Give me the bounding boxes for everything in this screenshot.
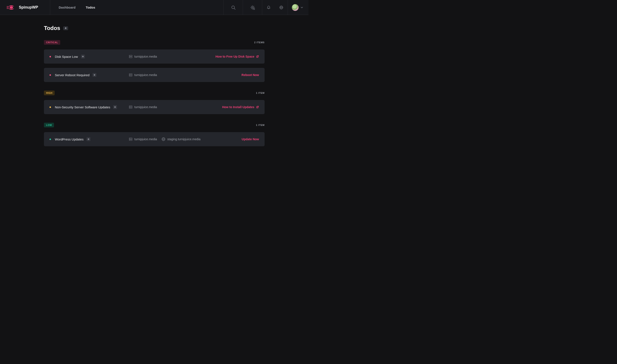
host[interactable]: staging.turnipjuice.media [161,137,201,141]
todo-title: Non-Security Server Software Updates [55,105,110,109]
section-header: CRITICAL 2 ITEMS [44,40,265,45]
nav-dashboard[interactable]: Dashboard [59,6,75,9]
host-label: turnipjuice.media [134,105,157,109]
expand-button[interactable] [93,73,96,77]
section-item-count: 1 ITEM [256,92,265,94]
todo-card[interactable]: Disk Space Low turnipjuice.media How to … [44,50,265,64]
svg-point-11 [10,6,13,9]
server-icon [129,105,133,109]
todo-title: WordPress Updates [55,137,83,141]
globe-icon [279,5,283,10]
action-label: Reboot Now [241,73,259,77]
section-critical: CRITICAL 2 ITEMS Disk Space Low turnipju… [44,40,265,82]
container: Todos 4 CRITICAL 2 ITEMS Disk Space Low … [44,25,265,155]
section-high: HIGH 1 ITEM Non-Security Server Software… [44,91,265,114]
logo-cell[interactable]: SpinupWP [0,0,50,15]
action-label: How to Install Updates [222,105,254,109]
todo-action-link[interactable]: Reboot Now [241,73,259,77]
server-icon [129,137,133,141]
todo-card[interactable]: Server Reboot Required turnipjuice.media… [44,68,265,82]
host-label: turnipjuice.media [134,55,157,58]
external-link-icon [256,105,259,109]
host[interactable]: turnipjuice.media [129,73,157,77]
search-icon [231,5,235,10]
section-item-count: 1 ITEM [256,124,265,126]
bell-icon [267,5,271,10]
todo-title: Server Reboot Required [55,73,90,77]
host[interactable]: turnipjuice.media [129,55,157,58]
section-header: HIGH 1 ITEM [44,91,265,95]
user-menu[interactable] [288,0,308,15]
topbar: SpinupWP Dashboard Todos [0,0,308,15]
hosts: turnipjuice.media [129,73,241,77]
todo-card[interactable]: WordPress Updates turnipjuice.media stag… [44,132,265,146]
region-button[interactable] [275,0,288,15]
todo-card[interactable]: Non-Security Server Software Updates tur… [44,100,265,114]
top-icons [223,0,308,15]
host[interactable]: turnipjuice.media [129,137,157,141]
section-low: LOW 1 ITEM WordPress Updates turnipjuice… [44,123,265,146]
main: Todos 4 CRITICAL 2 ITEMS Disk Space Low … [0,15,308,168]
hosts: turnipjuice.media [129,55,215,58]
priority-dot-icon [50,56,51,57]
host[interactable]: turnipjuice.media [129,105,157,109]
host-label: staging.turnipjuice.media [167,137,201,141]
card-left: Disk Space Low [50,55,129,58]
server-icon [129,73,133,77]
settings-button[interactable] [243,0,262,15]
action-label: How to Free Up Disk Space [215,55,254,58]
section-item-count: 2 ITEMS [254,41,265,44]
globe-icon [161,137,166,141]
brand-name: SpinupWP [19,5,38,10]
gear-icon [250,5,255,10]
todo-action-link[interactable]: Update Now [242,137,259,141]
hosts: turnipjuice.media staging.turnipjuice.me… [129,137,242,141]
avatar [292,4,299,11]
card-left: Non-Security Server Software Updates [50,105,129,109]
todo-title: Disk Space Low [55,55,78,58]
todo-count-badge: 4 [63,26,68,30]
hosts: turnipjuice.media [129,105,222,109]
priority-dot-icon [50,106,51,108]
logo-mark-icon [6,4,17,11]
chevron-down-icon [300,6,303,9]
notifications-button[interactable] [262,0,275,15]
priority-dot-icon [50,139,51,140]
top-nav: Dashboard Todos [50,0,223,15]
action-label: Update Now [242,137,259,141]
priority-pill-low: LOW [44,123,54,127]
todo-action-link[interactable]: How to Free Up Disk Space [215,55,259,58]
logo: SpinupWP [6,4,38,11]
search-button[interactable] [223,0,243,15]
priority-pill-high: HIGH [44,91,55,95]
priority-dot-icon [50,74,51,76]
priority-pill-critical: CRITICAL [44,40,60,45]
card-left: Server Reboot Required [50,73,129,77]
todo-action-link[interactable]: How to Install Updates [222,105,259,109]
host-label: turnipjuice.media [134,73,157,77]
external-link-icon [256,55,259,58]
page-title: Todos [44,25,60,31]
card-left: WordPress Updates [50,137,129,141]
server-icon [129,55,133,58]
expand-button[interactable] [113,105,117,109]
nav-todos[interactable]: Todos [86,6,95,9]
host-label: turnipjuice.media [134,137,157,141]
expand-button[interactable] [87,137,90,141]
expand-button[interactable] [81,55,85,58]
section-header: LOW 1 ITEM [44,123,265,127]
page-header: Todos 4 [44,25,265,31]
